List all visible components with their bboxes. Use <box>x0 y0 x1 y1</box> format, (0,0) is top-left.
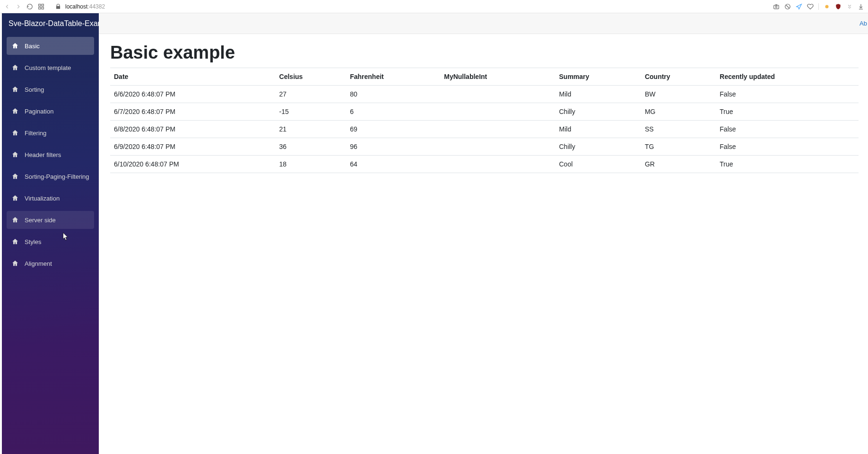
cell-summary: Cool <box>556 156 641 173</box>
cell-updated: False <box>716 138 859 156</box>
home-icon <box>11 129 19 137</box>
svg-rect-4 <box>774 5 779 9</box>
sidebar: Sve-Blazor-DataTable-Exampl BasicCustom … <box>2 13 99 454</box>
cell-date: 6/7/2020 6:48:07 PM <box>110 103 276 121</box>
cell-country: BW <box>641 86 716 103</box>
block-icon[interactable] <box>784 3 791 10</box>
cell-summary: Chilly <box>556 138 641 156</box>
cell-fahrenheit: 96 <box>346 138 440 156</box>
svg-point-8 <box>825 5 829 8</box>
home-icon <box>11 86 19 93</box>
sidebar-item-sorting-paging-filtering[interactable]: Sorting-Paging-Filtering <box>7 167 94 185</box>
table-row: 6/10/2020 6:48:07 PM1864CoolGRTrue <box>110 156 859 173</box>
cell-summary: Mild <box>556 121 641 138</box>
cell-date: 6/6/2020 6:48:07 PM <box>110 86 276 103</box>
cell-nullable <box>440 86 555 103</box>
home-icon <box>11 260 19 267</box>
sidebar-item-label: Sorting <box>25 86 44 93</box>
sidebar-item-label: Header filters <box>25 151 61 158</box>
table-row: 6/9/2020 6:48:07 PM3696ChillyTGFalse <box>110 138 859 156</box>
sidebar-item-custom-template[interactable]: Custom template <box>7 59 94 77</box>
svg-rect-2 <box>39 7 41 9</box>
cell-celsius: 18 <box>276 156 347 173</box>
column-header[interactable]: MyNullableInt <box>440 68 555 86</box>
sidebar-item-filtering[interactable]: Filtering <box>7 124 94 142</box>
sidebar-item-label: Basic <box>25 43 40 50</box>
cell-nullable <box>440 156 555 173</box>
svg-rect-1 <box>42 4 43 6</box>
sidebar-title: Sve-Blazor-DataTable-Exampl <box>2 13 99 34</box>
sidebar-item-label: Virtualization <box>25 195 60 202</box>
column-header[interactable]: Fahrenheit <box>346 68 440 86</box>
send-icon[interactable] <box>796 3 802 10</box>
svg-rect-3 <box>42 7 43 9</box>
camera-icon[interactable] <box>773 3 780 10</box>
forward-icon[interactable] <box>15 3 22 10</box>
about-link[interactable]: Ab <box>859 20 867 27</box>
cell-celsius: 21 <box>276 121 347 138</box>
column-header[interactable]: Date <box>110 68 276 86</box>
download-icon[interactable] <box>858 3 864 10</box>
home-icon <box>11 238 19 245</box>
cell-country: GR <box>641 156 716 173</box>
reload-icon[interactable] <box>26 3 33 10</box>
circle-icon[interactable] <box>824 3 830 10</box>
lock-icon <box>55 3 61 10</box>
cell-updated: False <box>716 86 859 103</box>
sidebar-item-label: Sorting-Paging-Filtering <box>25 173 89 180</box>
data-table: DateCelsiusFahrenheitMyNullableIntSummar… <box>110 68 859 173</box>
sidebar-item-label: Pagination <box>25 108 53 115</box>
sidebar-item-label: Filtering <box>25 130 46 137</box>
main: Ab Basic example DateCelsiusFahrenheitMy… <box>99 13 868 454</box>
cell-date: 6/9/2020 6:48:07 PM <box>110 138 276 156</box>
cell-updated: False <box>716 121 859 138</box>
cell-summary: Mild <box>556 86 641 103</box>
table-row: 6/6/2020 6:48:07 PM2780MildBWFalse <box>110 86 859 103</box>
table-row: 6/7/2020 6:48:07 PM-156ChillyMGTrue <box>110 103 859 121</box>
cell-nullable <box>440 121 555 138</box>
back-icon[interactable] <box>4 3 10 10</box>
sidebar-item-server-side[interactable]: Server side <box>7 211 94 229</box>
column-header[interactable]: Celsius <box>276 68 347 86</box>
home-icon <box>11 64 19 71</box>
home-icon <box>11 173 19 180</box>
sidebar-item-label: Custom template <box>25 64 71 71</box>
sidebar-item-styles[interactable]: Styles <box>7 233 94 251</box>
url-host: localhost <box>65 3 87 10</box>
heart-icon[interactable] <box>807 3 814 10</box>
sidebar-item-pagination[interactable]: Pagination <box>7 102 94 120</box>
url-port: :44382 <box>87 3 105 10</box>
column-header[interactable]: Country <box>641 68 716 86</box>
svg-point-5 <box>775 6 777 7</box>
apps-icon[interactable] <box>38 3 44 10</box>
sidebar-item-alignment[interactable]: Alignment <box>7 254 94 272</box>
address-bar[interactable]: localhost:44382 <box>55 3 105 10</box>
sidebar-item-header-filters[interactable]: Header filters <box>7 146 94 164</box>
cell-fahrenheit: 64 <box>346 156 440 173</box>
cell-updated: True <box>716 156 859 173</box>
table-body: 6/6/2020 6:48:07 PM2780MildBWFalse6/7/20… <box>110 86 859 173</box>
cell-country: SS <box>641 121 716 138</box>
svg-line-7 <box>786 5 790 8</box>
app-root: Sve-Blazor-DataTable-Exampl BasicCustom … <box>2 13 868 454</box>
home-icon <box>11 216 19 224</box>
cell-celsius: 27 <box>276 86 347 103</box>
column-header[interactable]: Recently updated <box>716 68 859 86</box>
cell-country: TG <box>641 138 716 156</box>
cell-nullable <box>440 103 555 121</box>
page-title: Basic example <box>110 43 859 63</box>
svg-rect-0 <box>39 4 41 6</box>
sidebar-item-sorting[interactable]: Sorting <box>7 80 94 98</box>
sidebar-item-virtualization[interactable]: Virtualization <box>7 189 94 207</box>
sidebar-item-label: Server side <box>25 217 56 224</box>
shield-icon[interactable] <box>835 3 842 10</box>
cell-date: 6/8/2020 6:48:07 PM <box>110 121 276 138</box>
sidebar-item-label: Styles <box>25 238 41 245</box>
table-row: 6/8/2020 6:48:07 PM2169MildSSFalse <box>110 121 859 138</box>
sidebar-item-label: Alignment <box>25 260 52 267</box>
column-header[interactable]: Summary <box>556 68 641 86</box>
cell-country: MG <box>641 103 716 121</box>
sidebar-item-basic[interactable]: Basic <box>7 37 94 55</box>
expand-icon[interactable] <box>846 3 853 10</box>
content: Basic example DateCelsiusFahrenheitMyNul… <box>99 34 868 454</box>
